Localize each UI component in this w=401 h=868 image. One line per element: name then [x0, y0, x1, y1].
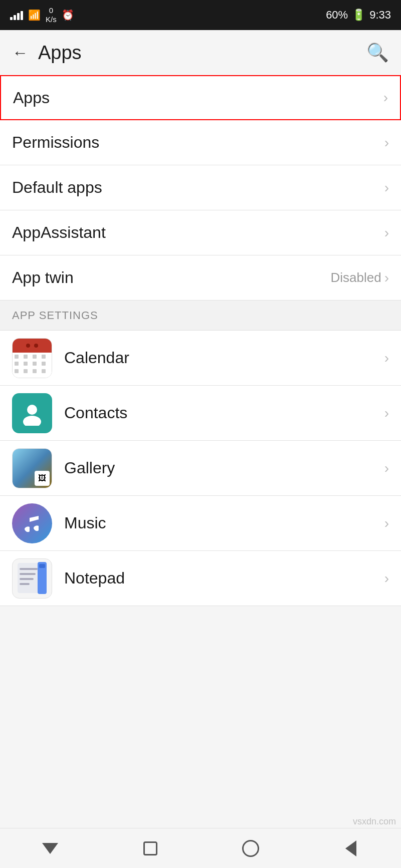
app-item-calendar-left: Calendar — [12, 338, 129, 378]
circle-icon — [242, 840, 259, 857]
menu-item-permissions-label: Permissions — [12, 133, 99, 152]
chevron-icon: › — [384, 460, 389, 476]
gallery-icon: 🖼 — [12, 448, 52, 488]
chevron-icon: › — [384, 270, 389, 286]
svg-rect-4 — [20, 573, 36, 575]
app-item-gallery-left: 🖼 Gallery — [12, 448, 115, 488]
nav-home-button[interactable] — [236, 833, 266, 863]
menu-item-apps-label: Apps — [13, 89, 50, 107]
chevron-icon: › — [384, 180, 389, 196]
data-speed: 0 K/s — [46, 6, 57, 24]
section-title: APP SETTINGS — [12, 309, 98, 322]
nav-back-button[interactable] — [336, 833, 366, 863]
square-icon — [143, 841, 157, 855]
app-name-contacts: Contacts — [64, 404, 127, 422]
menu-item-permissions-right: › — [384, 135, 389, 151]
menu-item-appassistant-right: › — [384, 225, 389, 241]
main-content: Apps › Permissions › Default apps › AppA… — [0, 75, 401, 606]
app-item-calendar[interactable]: Calendar › — [0, 331, 401, 386]
svg-point-1 — [23, 416, 41, 426]
app-item-contacts-left: Contacts — [12, 393, 127, 433]
wifi-icon: 📶 — [28, 9, 41, 21]
menu-item-appassistant[interactable]: AppAssistant › — [0, 210, 401, 255]
menu-item-default-apps-right: › — [384, 180, 389, 196]
menu-item-app-twin-right: Disabled › — [331, 270, 389, 286]
app-item-contacts[interactable]: Contacts › — [0, 386, 401, 441]
nav-bar — [0, 828, 401, 868]
menu-item-app-twin[interactable]: App twin Disabled › — [0, 255, 401, 301]
chevron-icon: › — [384, 225, 389, 241]
back-button[interactable]: ← — [12, 44, 28, 62]
chevron-icon: › — [384, 405, 389, 421]
app-name-calendar: Calendar — [64, 349, 129, 367]
app-twin-status: Disabled — [331, 270, 381, 285]
page-title: Apps — [38, 42, 82, 64]
chevron-icon: › — [384, 515, 389, 531]
app-name-music: Music — [64, 514, 106, 532]
header: ← Apps 🔍 — [0, 30, 401, 75]
menu-item-app-twin-label: App twin — [12, 268, 74, 287]
back-triangle-icon — [345, 840, 356, 856]
status-left: 📶 0 K/s ⏰ — [10, 6, 74, 24]
app-name-gallery: Gallery — [64, 459, 115, 477]
header-left: ← Apps — [12, 42, 82, 64]
app-item-music[interactable]: Music › — [0, 496, 401, 551]
svg-rect-5 — [20, 578, 34, 580]
menu-item-appassistant-label: AppAssistant — [12, 223, 106, 242]
menu-item-permissions[interactable]: Permissions › — [0, 120, 401, 165]
down-arrow-icon — [42, 843, 58, 854]
app-item-notepad[interactable]: Notepad › — [0, 551, 401, 606]
contacts-icon — [12, 393, 52, 433]
menu-item-default-apps-label: Default apps — [12, 178, 102, 197]
nav-down-button[interactable] — [35, 833, 65, 863]
chevron-icon: › — [384, 570, 389, 587]
watermark: vsxdn.com — [353, 816, 396, 827]
svg-rect-6 — [20, 583, 30, 585]
search-button[interactable]: 🔍 — [366, 42, 389, 63]
battery-percent: 60% — [326, 9, 348, 22]
nav-square-button[interactable] — [135, 833, 165, 863]
clock: 9:33 — [369, 9, 391, 22]
signal-icon — [10, 10, 23, 20]
battery-icon: 🔋 — [352, 9, 365, 22]
app-settings-section: APP SETTINGS — [0, 301, 401, 331]
app-name-notepad: Notepad — [64, 569, 125, 588]
app-item-gallery[interactable]: 🖼 Gallery › — [0, 441, 401, 496]
svg-rect-3 — [20, 568, 38, 570]
app-item-music-left: Music — [12, 503, 106, 543]
menu-item-apps[interactable]: Apps › — [0, 75, 401, 120]
status-bar: 📶 0 K/s ⏰ 60% 🔋 9:33 — [0, 0, 401, 30]
svg-point-0 — [27, 405, 37, 415]
chevron-icon: › — [384, 350, 389, 366]
status-right: 60% 🔋 9:33 — [326, 9, 391, 22]
menu-item-default-apps[interactable]: Default apps › — [0, 165, 401, 210]
calendar-icon — [12, 338, 52, 378]
menu-item-apps-right: › — [383, 90, 388, 106]
alarm-icon: ⏰ — [62, 9, 74, 21]
chevron-icon: › — [384, 135, 389, 151]
notepad-icon — [12, 558, 52, 599]
app-item-notepad-left: Notepad — [12, 558, 125, 599]
chevron-icon: › — [383, 90, 388, 106]
svg-rect-8 — [39, 564, 45, 568]
music-icon — [12, 503, 52, 543]
